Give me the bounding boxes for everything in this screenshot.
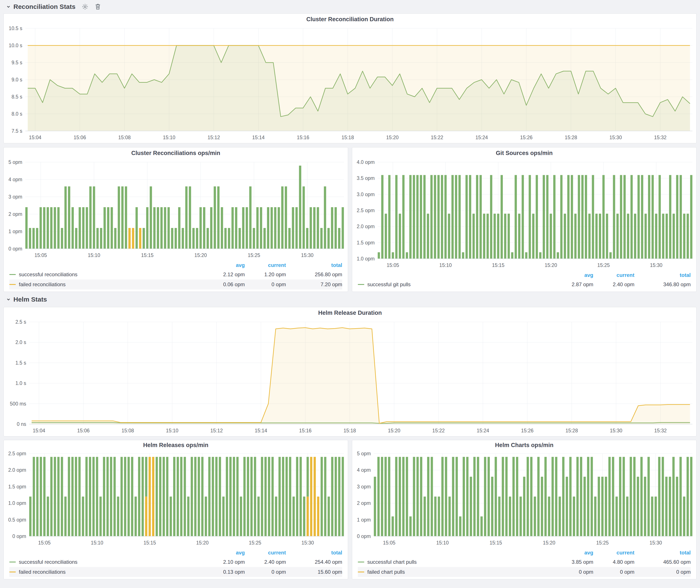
svg-text:15:16: 15:16: [299, 428, 312, 433]
svg-text:15:08: 15:08: [118, 135, 131, 140]
series-name: successful reconciliations: [19, 271, 77, 278]
svg-text:9.0 s: 9.0 s: [11, 77, 22, 82]
series-total: 0 opm: [634, 569, 691, 575]
svg-text:15:28: 15:28: [565, 135, 577, 140]
chart-git-sources-opm[interactable]: 1.0 opm1.5 opm2.0 opm2.5 opm3.0 opm3.5 o…: [352, 159, 696, 271]
legend: avg current total successful reconciliat…: [4, 548, 348, 579]
svg-text:15:25: 15:25: [597, 262, 610, 268]
svg-text:15:05: 15:05: [34, 252, 47, 258]
svg-text:15:15: 15:15: [492, 262, 505, 268]
legend-col-avg[interactable]: avg: [204, 262, 245, 268]
svg-text:15:16: 15:16: [297, 135, 309, 140]
panel-cluster-reconciliation-duration: Cluster Reconciliation Duration 7.5 s8.0…: [3, 13, 697, 143]
svg-text:7.5 s: 7.5 s: [11, 128, 22, 134]
svg-text:8.5 s: 8.5 s: [11, 94, 22, 100]
svg-text:1.0 opm: 1.0 opm: [8, 500, 26, 506]
series-name: failed reconciliations: [19, 569, 66, 575]
chart-helm-charts-opm[interactable]: 0 opm1 opm2 opm3 opm4 opm5 opm15:0515:10…: [352, 450, 696, 548]
legend-col-current[interactable]: current: [593, 550, 634, 556]
panel-helm-release-duration: Helm Release Duration 0 ns500 ms1.0 s1.5…: [3, 307, 697, 436]
legend-col-avg[interactable]: avg: [552, 272, 593, 278]
svg-text:0 ns: 0 ns: [17, 421, 26, 427]
svg-text:15:28: 15:28: [565, 428, 578, 433]
legend-col-total[interactable]: total: [634, 272, 691, 278]
series-color-dash: [9, 284, 16, 285]
svg-text:15:10: 15:10: [163, 135, 175, 140]
section-toggle-helm-stats[interactable]: Helm Stats: [6, 296, 47, 303]
legend-row-failed-reconciliations[interactable]: failed reconciliations 0.13 opm 0 opm 15…: [9, 567, 342, 577]
series-color-dash: [9, 274, 16, 275]
svg-text:15:32: 15:32: [654, 135, 667, 140]
section-title: Reconciliation Stats: [13, 3, 76, 10]
svg-text:15:32: 15:32: [654, 428, 667, 433]
panel-cluster-reconciliations-opm: Cluster Reconciliations ops/min 0 opm1 o…: [3, 147, 348, 292]
legend-col-current[interactable]: current: [245, 550, 286, 556]
series-color-dash: [9, 572, 16, 572]
legend-row-failed-chart-pulls[interactable]: failed chart pulls 0 opm 0 opm 0 opm: [358, 567, 691, 577]
panel-helm-charts-opm: Helm Charts ops/min 0 opm1 opm2 opm3 opm…: [352, 440, 697, 579]
series-avg: 2.12 opm: [204, 271, 245, 278]
legend-col-total[interactable]: total: [286, 262, 342, 268]
svg-text:0 opm: 0 opm: [8, 246, 22, 252]
series-name: failed reconciliations: [19, 281, 66, 288]
chart-cluster-reconciliations-opm[interactable]: 0 opm1 opm2 opm3 opm4 opm5 opm15:0515:10…: [4, 159, 348, 261]
chart-helm-releases-opm[interactable]: 0 opm0.5 opm1.0 opm1.5 opm2.0 opm2.5 opm…: [4, 450, 348, 548]
svg-text:15:20: 15:20: [194, 252, 207, 258]
svg-text:2 opm: 2 opm: [357, 500, 371, 506]
series-avg: 2.10 opm: [204, 559, 245, 565]
legend-header: avg current total: [358, 271, 691, 279]
series-avg: 0.13 opm: [204, 569, 245, 575]
panel-title[interactable]: Helm Charts ops/min: [352, 440, 696, 450]
legend-row-failed-reconciliations[interactable]: failed reconciliations 0.06 opm 0 opm 7.…: [9, 279, 342, 289]
legend-col-current[interactable]: current: [593, 272, 634, 278]
svg-text:15:10: 15:10: [166, 428, 179, 433]
svg-text:2.0 s: 2.0 s: [15, 339, 26, 345]
series-total: 465.60 opm: [634, 559, 691, 565]
legend: avg current total successful chart pulls…: [352, 548, 696, 579]
legend-row-successful-git-pulls[interactable]: successful git pulls 2.87 opm 2.40 opm 3…: [358, 279, 691, 289]
svg-text:15:26: 15:26: [520, 135, 533, 140]
svg-text:4.0 opm: 4.0 opm: [357, 159, 375, 165]
legend-col-avg[interactable]: avg: [204, 550, 245, 556]
svg-text:15:20: 15:20: [386, 135, 399, 140]
svg-text:15:25: 15:25: [248, 252, 260, 258]
svg-text:15:24: 15:24: [477, 428, 489, 433]
section-settings-button[interactable]: [82, 3, 89, 10]
legend: avg current total successful reconciliat…: [4, 261, 348, 292]
series-name: successful chart pulls: [367, 559, 417, 565]
svg-text:15:06: 15:06: [77, 428, 90, 433]
svg-text:1.5 s: 1.5 s: [15, 360, 26, 366]
chevron-down-icon: [6, 4, 11, 9]
svg-text:2 opm: 2 opm: [8, 211, 22, 217]
panel-helm-releases-opm: Helm Releases ops/min 0 opm0.5 opm1.0 op…: [3, 440, 348, 579]
series-current: 0 opm: [245, 281, 286, 288]
section-toggle-reconciliation-stats[interactable]: Reconciliation Stats: [6, 3, 76, 10]
panel-title[interactable]: Cluster Reconciliations ops/min: [4, 147, 348, 159]
legend-col-current[interactable]: current: [245, 262, 286, 268]
legend-header: avg current total: [9, 261, 342, 270]
section-delete-button[interactable]: [95, 3, 101, 10]
legend-row-successful-reconciliations[interactable]: successful reconciliations 2.12 opm 1.20…: [9, 270, 342, 279]
svg-text:15:15: 15:15: [141, 252, 154, 258]
svg-text:2.5 s: 2.5 s: [15, 319, 26, 325]
legend-col-total[interactable]: total: [286, 550, 342, 556]
legend-row-successful-chart-pulls[interactable]: successful chart pulls 3.85 opm 4.80 opm…: [358, 557, 691, 567]
series-total: 346.80 opm: [634, 281, 691, 288]
svg-text:10.0 s: 10.0 s: [9, 43, 22, 48]
svg-text:15:14: 15:14: [252, 135, 265, 140]
legend-col-total[interactable]: total: [634, 550, 691, 556]
svg-text:15:22: 15:22: [431, 135, 443, 140]
panel-title[interactable]: Git Sources ops/min: [352, 147, 696, 159]
panel-title[interactable]: Cluster Reconciliation Duration: [4, 14, 696, 25]
chart-cluster-reconciliation-duration[interactable]: 7.5 s8.0 s8.5 s9.0 s9.5 s10.0 s10.5 s15:…: [4, 25, 696, 143]
svg-text:2.5 opm: 2.5 opm: [8, 451, 26, 456]
svg-text:3.5 opm: 3.5 opm: [357, 175, 375, 181]
legend-row-successful-reconciliations[interactable]: successful reconciliations 2.10 opm 2.40…: [9, 557, 342, 567]
legend-col-avg[interactable]: avg: [552, 550, 593, 556]
svg-text:15:06: 15:06: [74, 135, 86, 140]
svg-text:0 opm: 0 opm: [357, 533, 371, 539]
panel-title[interactable]: Helm Release Duration: [4, 307, 696, 318]
panel-title[interactable]: Helm Releases ops/min: [4, 440, 348, 450]
chart-helm-release-duration[interactable]: 0 ns500 ms1.0 s1.5 s2.0 s2.5 s15:0415:06…: [4, 318, 696, 436]
svg-text:15:10: 15:10: [439, 262, 452, 268]
